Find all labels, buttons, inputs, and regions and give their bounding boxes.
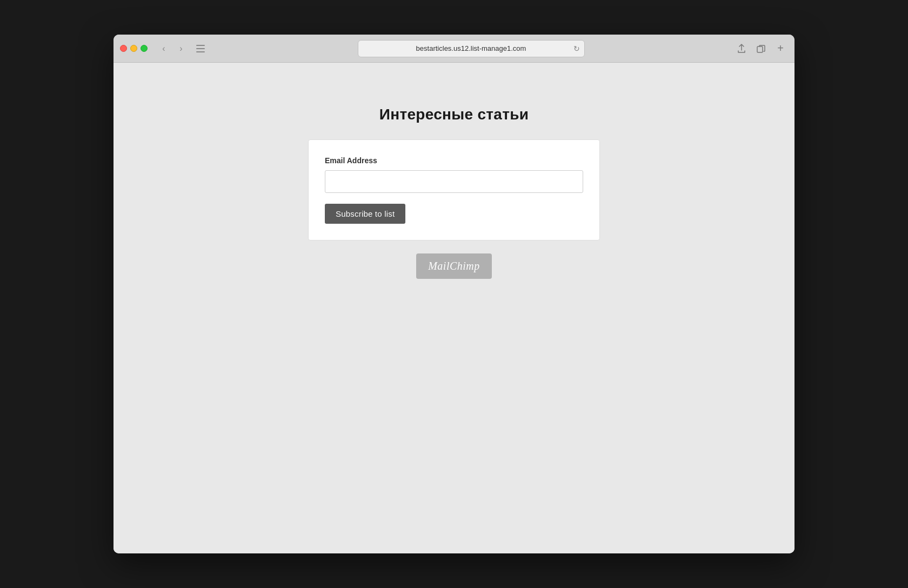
close-button[interactable] xyxy=(120,45,127,52)
mailchimp-label: MailChimp xyxy=(428,260,480,272)
page-title: Интересные статьи xyxy=(379,106,529,123)
url-text: bestarticles.us12.list-manage1.com xyxy=(416,44,526,52)
browser-content: Интересные статьи Email Address Subscrib… xyxy=(114,63,794,553)
address-bar-container: bestarticles.us12.list-manage1.com ↻ xyxy=(212,40,730,57)
svg-rect-3 xyxy=(757,46,763,52)
svg-rect-1 xyxy=(196,48,205,49)
add-tab-icon: + xyxy=(777,42,784,55)
nav-buttons: ‹ › xyxy=(156,41,189,56)
mailchimp-badge[interactable]: MailChimp xyxy=(416,253,492,279)
toolbar-right: + xyxy=(734,41,788,56)
back-button[interactable]: ‹ xyxy=(156,41,171,56)
svg-rect-0 xyxy=(196,45,205,46)
forward-icon: › xyxy=(179,44,182,54)
duplicate-button[interactable] xyxy=(753,41,769,56)
browser-titlebar: ‹ › bestarticles.us12.list-manage1.com ↻ xyxy=(114,35,794,63)
address-bar[interactable]: bestarticles.us12.list-manage1.com ↻ xyxy=(358,40,585,57)
subscribe-button[interactable]: Subscribe to list xyxy=(325,204,405,224)
email-input[interactable] xyxy=(325,170,583,193)
reload-button[interactable]: ↻ xyxy=(573,44,580,53)
maximize-button[interactable] xyxy=(141,45,148,52)
forward-button[interactable]: › xyxy=(173,41,189,56)
add-tab-button[interactable]: + xyxy=(773,41,788,56)
sidebar-toggle-button[interactable] xyxy=(193,41,208,56)
email-label: Email Address xyxy=(325,156,583,165)
subscribe-form-card: Email Address Subscribe to list xyxy=(308,139,600,240)
minimize-button[interactable] xyxy=(130,45,137,52)
browser-window: ‹ › bestarticles.us12.list-manage1.com ↻ xyxy=(114,35,794,553)
share-button[interactable] xyxy=(734,41,749,56)
svg-rect-2 xyxy=(196,51,205,52)
traffic-lights xyxy=(120,45,148,52)
back-icon: ‹ xyxy=(162,44,165,54)
